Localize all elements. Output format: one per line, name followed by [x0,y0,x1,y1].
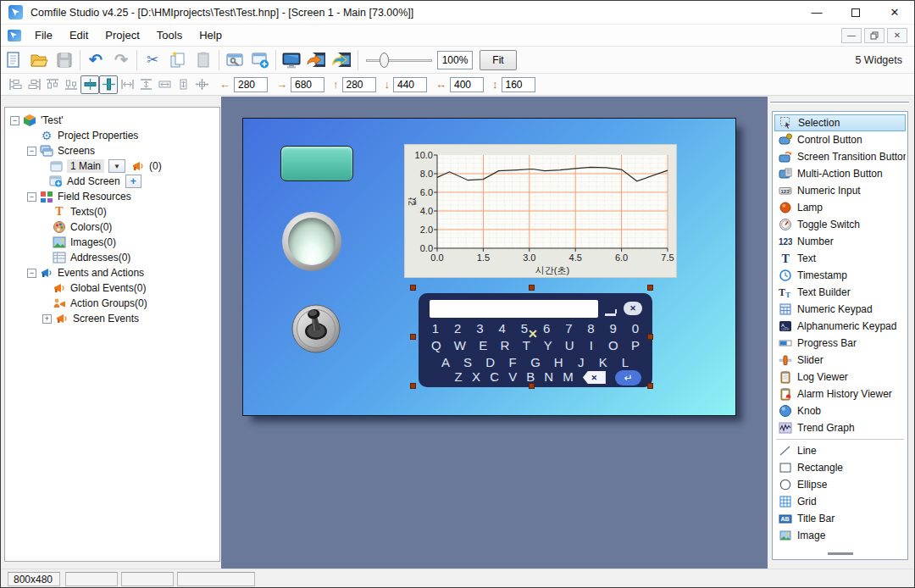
right-edge-input[interactable] [291,77,324,92]
center-in-screen-button[interactable] [192,75,211,94]
toggle-switch-widget[interactable] [291,304,341,353]
same-width-button[interactable] [155,75,174,94]
align-top-button[interactable] [43,75,62,94]
maximize-button[interactable] [836,1,875,24]
collapse-icon[interactable]: − [27,147,36,156]
mdi-close-button[interactable]: ✕ [887,28,907,43]
width-input[interactable] [450,77,484,92]
menu-project[interactable]: Project [97,25,147,45]
tree-item-project[interactable]: − 'Test' [5,113,219,128]
fit-button[interactable]: Fit [480,50,517,70]
align-right-button[interactable] [25,75,43,94]
palette-item-alphanumeric-keypad[interactable]: A_QWE Alphanumeric Keypad [774,318,906,335]
palette-item-control-button[interactable]: Control Button [774,131,906,148]
height-input[interactable] [502,77,535,92]
selection-handle-middle-right[interactable] [647,334,653,340]
collapse-icon[interactable]: − [27,192,36,202]
tree-item-colors[interactable]: Colors(0) [5,219,219,235]
palette-item-title-bar[interactable]: AB Title Bar [774,510,906,527]
palette-resize-handle[interactable] [828,552,853,555]
tree-item-project-properties[interactable]: ⚙ Project Properties [5,128,219,143]
display-button[interactable] [279,48,304,72]
control-button-widget[interactable] [280,146,353,181]
palette-item-grid[interactable]: Grid [774,493,906,510]
zoom-slider-thumb[interactable] [380,53,389,68]
zoom-slider[interactable] [366,52,432,69]
menu-file[interactable]: File [26,25,61,45]
palette-item-toggle-switch[interactable]: Toggle Switch [774,216,906,233]
palette-item-multi-action-button[interactable]: Multi-Action Button [774,165,906,182]
palette-item-log-viewer[interactable]: Log Viewer [774,369,906,386]
close-button[interactable]: ✕ [875,1,914,24]
add-screen-button[interactable] [247,48,273,72]
trend-graph-widget[interactable]: 0.02.04.06.08.010.00.01.53.04.56.07.5시간(… [404,144,677,278]
palette-item-screen-transition-button[interactable]: Screen Transition Button [774,148,906,165]
palette-item-text[interactable]: T Text [774,250,906,267]
tree-item-action-groups[interactable]: Action Groups(0) [5,296,219,311]
new-document-button[interactable] [1,48,26,72]
space-evenly-horizontal-button[interactable] [118,75,136,94]
center-vertical-button[interactable] [99,75,118,94]
add-screen-plus-button[interactable]: + [125,175,141,188]
tree-item-addresses[interactable]: Addresses(0) [5,250,219,265]
collapse-icon[interactable]: − [27,269,36,278]
redo-button[interactable]: ↷ [108,48,134,72]
same-height-button[interactable] [174,75,192,94]
save-button[interactable] [52,48,77,72]
menu-tools[interactable]: Tools [148,25,191,45]
minimize-button[interactable]: — [797,1,836,24]
paste-button[interactable] [191,48,216,72]
screen-dropdown-button[interactable]: ▼ [108,159,125,173]
palette-item-numeric-input[interactable]: 123 Numeric Input [774,182,906,199]
tree-item-field-resources[interactable]: − Field Resources [5,189,219,204]
menu-help[interactable]: Help [191,25,230,45]
tree-item-screens[interactable]: − Screens [5,143,219,158]
space-evenly-vertical-button[interactable] [136,75,155,94]
palette-item-trend-graph[interactable]: Trend Graph [774,419,906,436]
lamp-widget[interactable] [282,212,341,271]
selection-handle-top-center[interactable] [529,285,535,291]
palette-item-image[interactable]: Image [774,527,906,544]
palette-splitter[interactable] [770,102,909,104]
bottom-edge-input[interactable] [393,77,427,92]
download-to-device-button[interactable] [304,48,330,72]
expand-icon[interactable]: + [42,314,52,324]
selection-handle-bottom-left[interactable] [410,383,416,389]
palette-item-lamp[interactable]: Lamp [774,199,906,216]
palette-item-line[interactable]: Line [774,442,906,459]
open-project-button[interactable] [26,48,52,72]
center-horizontal-button[interactable] [80,75,99,94]
align-bottom-button[interactable] [62,75,80,94]
undo-button[interactable]: ↶ [83,48,108,72]
selection-handle-middle-left[interactable] [410,334,416,340]
palette-item-timestamp[interactable]: Timestamp [774,267,906,284]
mdi-restore-button[interactable] [864,28,884,43]
tree-item-add-screen[interactable]: Add Screen + [5,174,219,189]
tree-item-main-screen[interactable]: 1 Main ▼ (0) [5,158,219,174]
selection-handle-bottom-center[interactable] [529,383,535,389]
palette-item-text-builder[interactable]: TT Text Builder [774,284,906,301]
selection-handle-bottom-right[interactable] [647,383,653,389]
left-edge-input[interactable] [234,77,268,92]
top-edge-input[interactable] [342,77,376,92]
screen-canvas[interactable]: 0.02.04.06.08.010.00.01.53.04.56.07.5시간(… [242,118,736,416]
palette-item-number[interactable]: 123 Number [774,233,906,250]
sync-with-device-button[interactable] [330,48,355,72]
tree-item-screen-events[interactable]: + Screen Events [5,311,219,326]
zoom-input[interactable] [437,51,473,69]
tree-item-global-events[interactable]: Global Events(0) [5,280,219,296]
menu-edit[interactable]: Edit [61,25,97,45]
selection-handle-top-right[interactable] [647,285,653,291]
palette-item-slider[interactable]: Slider [774,352,906,369]
palette-item-numeric-keypad[interactable]: Numeric Keypad [774,301,906,318]
tree-item-texts[interactable]: T Texts(0) [5,204,219,219]
mdi-minimize-button[interactable]: — [841,28,862,43]
design-surface[interactable]: 0.02.04.06.08.010.00.01.53.04.56.07.5시간(… [221,97,768,569]
collapse-icon[interactable]: − [10,116,19,125]
palette-item-selection[interactable]: Selection [774,114,906,131]
copy-button[interactable] [165,48,191,72]
tree-item-images[interactable]: Images(0) [5,235,219,250]
align-left-button[interactable] [6,75,25,94]
palette-item-rectangle[interactable]: Rectangle [774,459,906,476]
palette-item-knob[interactable]: Knob [774,402,906,419]
